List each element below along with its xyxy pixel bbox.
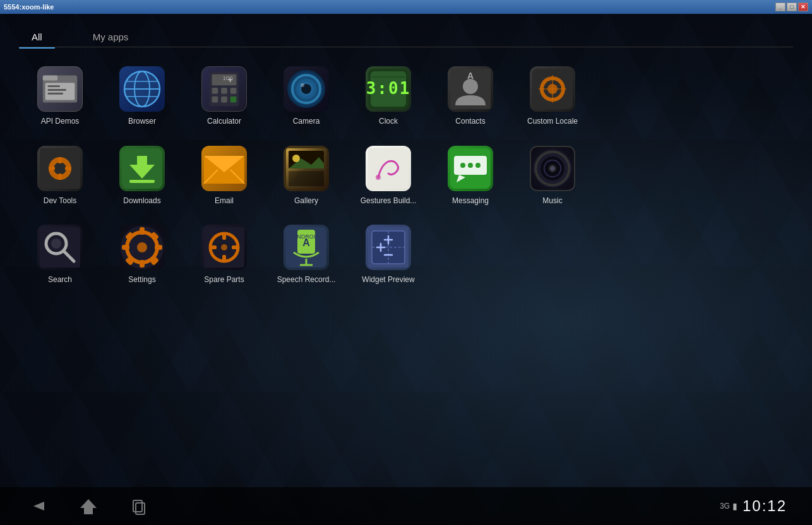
app-downloads[interactable]: Downloads — [101, 139, 183, 213]
gallery-icon — [284, 146, 329, 191]
app-settings[interactable]: Settings — [101, 218, 183, 292]
app-calculator[interactable]: + 100 Calculator — [183, 60, 265, 133]
svg-rect-20 — [221, 97, 227, 103]
svg-rect-78 — [140, 227, 145, 235]
recent-apps-button[interactable] — [126, 493, 152, 519]
clock-display: 10:12 — [743, 497, 787, 515]
gestures-label: Gestures Build... — [361, 196, 417, 206]
custom-locale-label: Custom Locale — [527, 117, 578, 127]
navbar: 3G ▮ 10:12 — [0, 487, 812, 525]
svg-rect-45 — [49, 167, 55, 170]
app-api-demos[interactable]: API Demos — [19, 60, 101, 133]
svg-text:100: 100 — [222, 74, 233, 81]
widget-preview-label: Widget Preview — [362, 275, 414, 285]
svg-rect-4 — [48, 89, 66, 91]
app-gestures[interactable]: Gestures Build... — [347, 139, 429, 213]
tab-myapps[interactable]: My apps — [80, 27, 141, 47]
api-demos-label: API Demos — [41, 117, 80, 127]
titlebar-buttons: _ □ ✕ — [775, 3, 808, 11]
dev-tools-icon — [37, 146, 83, 191]
svg-marker-111 — [33, 502, 44, 510]
svg-text:ANDROID: ANDROID — [293, 233, 319, 240]
contacts-icon: A — [448, 66, 493, 112]
spare-parts-label: Spare Parts — [204, 275, 244, 285]
svg-text:3:01: 3:01 — [366, 79, 411, 98]
music-label: Music — [542, 196, 562, 206]
contacts-label: Contacts — [455, 117, 485, 127]
svg-point-75 — [51, 239, 61, 249]
search-label: Search — [48, 275, 72, 285]
app-dev-tools[interactable]: Dev Tools — [19, 139, 101, 213]
svg-point-65 — [475, 163, 481, 168]
minimize-button[interactable]: _ — [775, 3, 785, 11]
downloads-label: Downloads — [123, 196, 160, 206]
settings-label: Settings — [128, 275, 155, 285]
home-button[interactable] — [76, 493, 101, 519]
app-gallery[interactable]: Gallery — [265, 139, 347, 213]
svg-point-70 — [551, 167, 554, 170]
restore-button[interactable]: □ — [787, 3, 797, 11]
app-email[interactable]: Email — [183, 139, 265, 213]
app-search[interactable]: Search — [19, 218, 101, 292]
music-icon — [530, 146, 575, 191]
svg-point-63 — [460, 163, 465, 168]
app-clock[interactable]: 3:01 Clock — [347, 60, 429, 133]
svg-rect-5 — [48, 93, 63, 95]
svg-rect-17 — [221, 88, 227, 94]
tab-all[interactable]: All — [19, 27, 55, 47]
messaging-icon — [448, 146, 493, 191]
svg-rect-1 — [43, 76, 57, 81]
svg-rect-114 — [136, 503, 145, 514]
app-browser[interactable]: Browser — [101, 60, 183, 133]
app-music[interactable]: Music — [511, 139, 594, 213]
svg-rect-80 — [122, 245, 129, 250]
svg-rect-46 — [65, 167, 71, 170]
svg-rect-92 — [210, 245, 217, 249]
svg-rect-79 — [140, 260, 145, 268]
svg-rect-90 — [222, 233, 226, 240]
app-camera[interactable]: Camera — [265, 60, 347, 133]
svg-rect-3 — [48, 85, 60, 87]
svg-rect-43 — [58, 157, 62, 163]
close-button[interactable]: ✕ — [798, 3, 808, 11]
app-row-3: Search — [19, 218, 793, 292]
svg-point-87 — [137, 242, 147, 252]
speech-recorder-label: Speech Record... — [277, 275, 336, 285]
app-row-2: Dev Tools Downloads — [19, 139, 793, 213]
gestures-icon — [366, 146, 411, 191]
battery-icon: ▮ — [732, 501, 737, 511]
svg-point-56 — [292, 155, 300, 162]
app-messaging[interactable]: Messaging — [429, 139, 511, 213]
speech-recorder-icon: A ANDROID — [284, 225, 329, 270]
svg-point-42 — [54, 162, 66, 175]
svg-point-26 — [301, 83, 304, 87]
svg-rect-91 — [222, 255, 226, 261]
settings-icon — [119, 225, 165, 270]
svg-point-33 — [463, 79, 478, 94]
app-spare-parts[interactable]: Spare Parts — [183, 218, 265, 292]
svg-rect-16 — [212, 88, 218, 94]
gallery-label: Gallery — [294, 196, 318, 206]
svg-point-64 — [468, 163, 473, 168]
svg-rect-58 — [368, 148, 409, 189]
svg-rect-21 — [230, 97, 237, 103]
browser-label: Browser — [128, 117, 156, 127]
svg-rect-44 — [58, 174, 62, 180]
svg-point-59 — [376, 175, 381, 180]
svg-rect-81 — [155, 245, 162, 250]
camera-label: Camera — [293, 117, 320, 127]
svg-rect-113 — [133, 500, 142, 512]
status-icons: 3G ▮ — [720, 501, 737, 511]
app-custom-locale[interactable]: Custom Locale — [511, 60, 594, 133]
app-contacts[interactable]: A Contacts — [429, 60, 511, 133]
back-button[interactable] — [25, 493, 51, 519]
app-speech-recorder[interactable]: A ANDROID Speech Record... — [265, 218, 347, 292]
widget-preview-icon — [366, 225, 411, 270]
browser-icon — [119, 66, 165, 112]
email-icon — [201, 146, 247, 191]
app-widget-preview[interactable]: Widget Preview — [347, 218, 429, 292]
signal-icon: 3G — [720, 502, 730, 510]
svg-rect-30 — [372, 76, 405, 78]
svg-marker-112 — [80, 499, 97, 514]
svg-rect-93 — [232, 245, 238, 249]
